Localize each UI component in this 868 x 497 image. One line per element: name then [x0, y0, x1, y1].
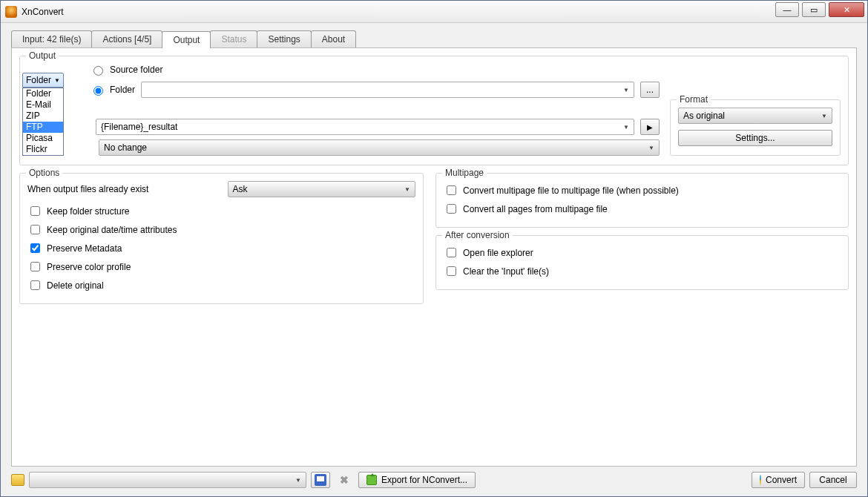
save-icon [315, 474, 326, 486]
destination-option-folder[interactable]: Folder [23, 88, 63, 99]
maximize-button[interactable]: ▭ [802, 2, 826, 17]
open-explorer-label: Open file explorer [463, 248, 533, 258]
open-explorer-checkbox[interactable]: Open file explorer [444, 243, 841, 262]
destination-dropdown-value: Folder [26, 75, 51, 85]
convert-all-pages-input[interactable] [447, 204, 456, 214]
destination-option-flickr[interactable]: Flickr [23, 144, 63, 155]
convert-multipage-checkbox[interactable]: Convert multipage file to multipage file… [444, 181, 841, 200]
preserve-color-input[interactable] [30, 262, 40, 271]
options-group: Options When output files already exist … [19, 173, 424, 304]
after-conversion-group: After conversion Open file explorer Clea… [435, 235, 849, 290]
filename-play-button[interactable]: ▶ [640, 119, 660, 135]
delete-original-checkbox[interactable]: Delete original [27, 276, 415, 294]
keep-folder-label: Keep folder structure [47, 206, 129, 217]
convert-multipage-label: Convert multipage file to multipage file… [463, 185, 679, 196]
app-window: XnConvert — ▭ ✕ Input: 42 file(s) Action… [0, 0, 868, 497]
window-buttons: — ▭ ✕ [775, 2, 864, 17]
chevron-down-icon: ▼ [648, 145, 654, 151]
preserve-color-checkbox[interactable]: Preserve color profile [27, 257, 415, 276]
clear-input-label: Clear the 'Input' file(s) [463, 266, 549, 277]
case-value: No change [104, 142, 147, 153]
preserve-metadata-checkbox[interactable]: Preserve Metadata [27, 239, 415, 257]
main-tabs: Input: 42 file(s) Actions [4/5] Output S… [1, 23, 867, 47]
clear-input-input[interactable] [447, 266, 456, 276]
chevron-down-icon: ▼ [623, 87, 629, 93]
destination-option-zip[interactable]: ZIP [23, 111, 63, 122]
convert-multipage-input[interactable] [447, 185, 456, 195]
exist-combo[interactable]: Ask ▼ [228, 181, 416, 197]
destination-option-ftp[interactable]: FTP [23, 122, 63, 133]
close-button[interactable]: ✕ [829, 2, 864, 17]
folder-radio[interactable]: Folder [90, 84, 135, 96]
delete-original-label: Delete original [47, 280, 104, 291]
source-folder-radio-input[interactable] [93, 66, 103, 76]
chevron-down-icon: ▼ [821, 113, 827, 119]
format-value: As original [683, 111, 725, 121]
output-group: Output Folder ▼ Folder E-Mail ZIP FTP Pi… [19, 56, 849, 165]
after-conversion-legend: After conversion [442, 230, 513, 240]
convert-all-pages-checkbox[interactable]: Convert all pages from multipage file [444, 200, 841, 218]
content-panel: Output Folder ▼ Folder E-Mail ZIP FTP Pi… [11, 47, 857, 467]
tab-output[interactable]: Output [162, 31, 211, 48]
clear-input-checkbox[interactable]: Clear the 'Input' file(s) [444, 262, 841, 280]
format-settings-button[interactable]: Settings... [678, 130, 832, 146]
tab-actions[interactable]: Actions [4/5] [91, 30, 162, 47]
exist-label: When output files already exist [27, 184, 206, 194]
tab-input[interactable]: Input: 42 file(s) [11, 30, 92, 47]
format-legend: Format [677, 94, 711, 105]
destination-option-picasa[interactable]: Picasa [23, 133, 63, 144]
delete-preset-button[interactable]: ✖ [335, 472, 354, 488]
folder-path-combo[interactable]: ▼ [141, 82, 634, 98]
case-combo[interactable]: No change ▼ [99, 139, 660, 156]
save-preset-button[interactable] [311, 472, 330, 488]
chevron-down-icon: ▼ [295, 477, 301, 484]
tab-settings[interactable]: Settings [257, 30, 311, 47]
keep-folder-input[interactable] [30, 206, 40, 216]
open-explorer-input[interactable] [447, 248, 456, 257]
destination-option-email[interactable]: E-Mail [23, 99, 63, 111]
tab-status[interactable]: Status [210, 30, 257, 47]
preset-combo[interactable]: ▼ [29, 472, 306, 488]
destination-dropdown[interactable]: Folder ▼ [22, 73, 64, 88]
options-legend: Options [26, 168, 62, 178]
convert-all-pages-label: Convert all pages from multipage file [463, 204, 608, 214]
multipage-legend: Multipage [442, 168, 487, 178]
export-icon [366, 475, 377, 485]
open-preset-icon[interactable] [11, 474, 24, 486]
delete-original-input[interactable] [30, 280, 40, 290]
source-folder-radio[interactable]: Source folder [90, 64, 660, 76]
format-group: Format As original ▼ Settings... [670, 99, 841, 156]
export-label: Export for NConvert... [381, 475, 467, 485]
export-nconvert-button[interactable]: Export for NConvert... [358, 472, 476, 488]
chevron-down-icon: ▼ [623, 124, 629, 131]
keep-date-label: Keep original date/time attributes [47, 225, 177, 235]
convert-label: Convert [766, 475, 797, 485]
chevron-down-icon: ▼ [404, 186, 410, 193]
keep-date-input[interactable] [30, 225, 40, 234]
keep-date-checkbox[interactable]: Keep original date/time attributes [27, 220, 415, 239]
play-icon: ▶ [647, 123, 653, 131]
delete-icon: ✖ [338, 474, 350, 486]
window-title: XnConvert [22, 7, 64, 17]
output-legend: Output [26, 50, 59, 61]
source-folder-label: Source folder [110, 65, 162, 75]
convert-button[interactable]: Convert [752, 472, 805, 488]
convert-icon [760, 475, 761, 485]
lower-columns: Options When output files already exist … [19, 173, 849, 304]
titlebar: XnConvert — ▭ ✕ [1, 1, 867, 23]
cancel-button[interactable]: Cancel [809, 472, 857, 488]
folder-label: Folder [110, 85, 135, 95]
minimize-button[interactable]: — [775, 2, 799, 17]
preserve-metadata-input[interactable] [30, 243, 40, 253]
preserve-metadata-label: Preserve Metadata [47, 243, 122, 254]
preserve-color-label: Preserve color profile [47, 262, 131, 272]
browse-button[interactable]: ... [640, 82, 660, 98]
filename-combo[interactable]: {Filename}_resultat ▼ [96, 119, 634, 135]
destination-dropdown-popup[interactable]: Folder E-Mail ZIP FTP Picasa Flickr [22, 88, 64, 156]
tab-about[interactable]: About [311, 30, 356, 47]
filename-value: {Filename}_resultat [101, 122, 177, 132]
footer: ▼ ✖ Export for NConvert... Convert Cance… [1, 470, 867, 496]
keep-folder-checkbox[interactable]: Keep folder structure [27, 202, 415, 220]
folder-radio-input[interactable] [93, 86, 103, 96]
format-combo[interactable]: As original ▼ [678, 108, 832, 124]
